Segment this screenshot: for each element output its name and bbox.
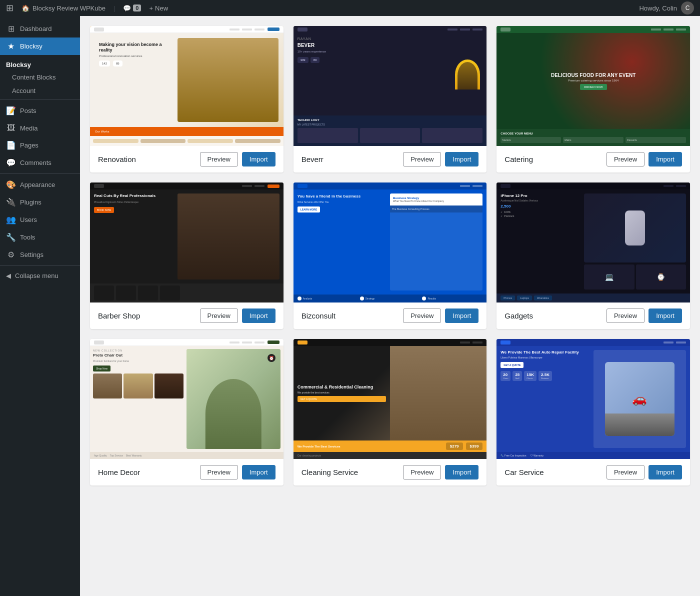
media-icon: 🖼	[6, 124, 16, 132]
collapse-icon: ◀	[6, 272, 11, 280]
template-name: Renovation	[98, 155, 196, 164]
template-thumb-car-service: We Provide The Best Auto Repair Facility…	[496, 339, 690, 459]
template-card-gadgets: iPhone 12 Pro Acelerisque Nisl Sodales V…	[496, 182, 690, 329]
template-thumb-bizconsult: You have a friend in the business What S…	[294, 182, 487, 302]
import-button-beverr[interactable]: Import	[445, 152, 478, 166]
sidebar-item-blocksy[interactable]: ★ Blocksy	[0, 38, 80, 55]
sidebar-item-label: Posts	[20, 107, 36, 114]
template-card-catering: DELICIOUS FOOD FOR ANY EVENT Premium cat…	[496, 26, 690, 172]
import-button-home-decor[interactable]: Import	[242, 465, 276, 480]
sidebar-item-label: Plugins	[20, 198, 42, 206]
template-footer-cleaning-service: Cleaning Service Preview Import	[294, 459, 487, 486]
users-icon: 👥	[6, 215, 16, 224]
collapse-label: Collapse menu	[15, 272, 58, 280]
user-menu[interactable]: Howdy, Colin C	[639, 2, 694, 14]
sidebar-item-label: Blocksy	[20, 42, 42, 50]
thumb-navbar	[90, 26, 284, 33]
import-button-car-service[interactable]: Import	[648, 465, 682, 480]
wordpress-icon[interactable]: ⊞	[6, 2, 14, 14]
template-footer-gadgets: Gadgets Preview Import	[496, 302, 690, 329]
template-name: Barber Shop	[98, 312, 196, 320]
plugins-icon: 🔌	[6, 198, 16, 207]
preview-button-barber-shop[interactable]: Preview	[200, 308, 238, 323]
content-blocks-label: Content Blocks	[12, 74, 56, 81]
template-footer-renovation: Renovation Preview Import	[90, 146, 284, 172]
preview-button-car-service[interactable]: Preview	[606, 465, 644, 480]
template-name: Bizconsult	[302, 312, 400, 320]
template-card-renovation: Making your vision become a reality Prof…	[90, 26, 284, 172]
template-footer-barber-shop: Barber Shop Preview Import	[90, 302, 284, 329]
import-button-gadgets[interactable]: Import	[648, 308, 682, 323]
sidebar-item-tools[interactable]: 🔧 Tools	[0, 228, 80, 246]
new-label: New	[155, 4, 168, 12]
sidebar-item-account[interactable]: Account	[0, 84, 80, 98]
sidebar-item-label: Pages	[20, 142, 38, 149]
template-footer-bizconsult: Bizconsult Preview Import	[294, 302, 487, 329]
sidebar-item-label: Dashboard	[20, 25, 52, 32]
template-name: Home Decor	[98, 468, 196, 476]
pages-icon: 📄	[6, 140, 16, 150]
sidebar-divider-3	[0, 266, 80, 266]
comments-link[interactable]: 💬 0	[123, 4, 141, 12]
settings-icon: ⚙	[6, 250, 16, 260]
posts-icon: 📝	[6, 106, 16, 116]
preview-button-bizconsult[interactable]: Preview	[403, 308, 441, 323]
template-thumb-gadgets: iPhone 12 Pro Acelerisque Nisl Sodales V…	[496, 182, 690, 302]
main-content: Making your vision become a reality Prof…	[80, 16, 700, 596]
sidebar-item-label: Tools	[20, 234, 35, 241]
tools-icon: 🔧	[6, 232, 16, 242]
sidebar-item-comments[interactable]: 💬 Comments	[0, 154, 80, 172]
templates-grid: Making your vision become a reality Prof…	[90, 26, 690, 486]
thumb-nav	[230, 28, 264, 30]
preview-button-gadgets[interactable]: Preview	[606, 308, 644, 323]
collapse-menu-button[interactable]: ◀ Collapse menu	[0, 268, 80, 284]
sidebar-item-settings[interactable]: ⚙ Settings	[0, 246, 80, 264]
dashboard-icon: ⊞	[6, 24, 16, 34]
preview-button-home-decor[interactable]: Preview	[200, 465, 238, 480]
preview-button-renovation[interactable]: Preview	[200, 152, 238, 166]
template-name: Car Service	[504, 468, 602, 476]
template-name: Cleaning Service	[302, 468, 400, 476]
import-button-cleaning-service[interactable]: Import	[445, 465, 478, 480]
sidebar-item-dashboard[interactable]: ⊞ Dashboard	[0, 20, 80, 38]
user-greeting: Howdy, Colin	[639, 4, 677, 12]
template-thumb-renovation: Making your vision become a reality Prof…	[90, 26, 284, 146]
sidebar-item-plugins[interactable]: 🔌 Plugins	[0, 194, 80, 211]
preview-button-catering[interactable]: Preview	[606, 152, 644, 166]
template-footer-catering: Catering Preview Import	[496, 146, 690, 172]
comments-icon: 💬	[6, 158, 16, 168]
sidebar-item-pages[interactable]: 📄 Pages	[0, 136, 80, 154]
sidebar-item-users[interactable]: 👥 Users	[0, 211, 80, 228]
template-footer-beverr: Beverr Preview Import	[294, 146, 487, 172]
template-name: Beverr	[302, 155, 400, 164]
comments-count: 0	[133, 4, 141, 12]
sidebar-item-appearance[interactable]: 🎨 Appearance	[0, 176, 80, 194]
new-content-link[interactable]: + New	[149, 4, 168, 12]
template-thumb-barber-shop: Real Cuts By Real Professionals Phasellu…	[90, 182, 284, 302]
template-card-cleaning-service: Commercial & Residential Cleaning We pro…	[294, 339, 487, 486]
import-button-bizconsult[interactable]: Import	[445, 308, 478, 323]
blocksy-icon: ★	[6, 42, 16, 51]
renovation-person	[178, 38, 278, 122]
template-card-beverr: RAYAN BEVER 10+ years experience 399 89	[294, 26, 487, 172]
preview-button-beverr[interactable]: Preview	[403, 152, 441, 166]
template-thumb-cleaning-service: Commercial & Residential Cleaning We pro…	[294, 339, 487, 459]
template-card-barber-shop: Real Cuts By Real Professionals Phasellu…	[90, 182, 284, 329]
preview-button-cleaning-service[interactable]: Preview	[403, 465, 441, 480]
import-button-barber-shop[interactable]: Import	[242, 308, 276, 323]
admin-bar-sep: |	[114, 4, 115, 12]
import-button-renovation[interactable]: Import	[242, 152, 276, 166]
template-card-car-service: We Provide The Best Auto Repair Facility…	[496, 339, 690, 486]
sidebar-item-content-blocks[interactable]: Content Blocks	[0, 70, 80, 84]
site-name-link[interactable]: 🏠 Blocksy Review WPKube	[22, 4, 106, 12]
account-label: Account	[12, 87, 36, 94]
sidebar-item-label: Media	[20, 124, 38, 132]
site-name-label: Blocksy Review WPKube	[32, 4, 106, 12]
sidebar-item-label: Appearance	[20, 181, 55, 188]
template-card-home-decor: NEW COLLECTION Preto Chair Out Premium f…	[90, 339, 284, 486]
sidebar-item-label: Comments	[20, 159, 52, 166]
import-button-catering[interactable]: Import	[648, 152, 682, 166]
sidebar-item-media[interactable]: 🖼 Media	[0, 120, 80, 136]
template-thumb-home-decor: NEW COLLECTION Preto Chair Out Premium f…	[90, 339, 284, 459]
sidebar-item-posts[interactable]: 📝 Posts	[0, 102, 80, 120]
